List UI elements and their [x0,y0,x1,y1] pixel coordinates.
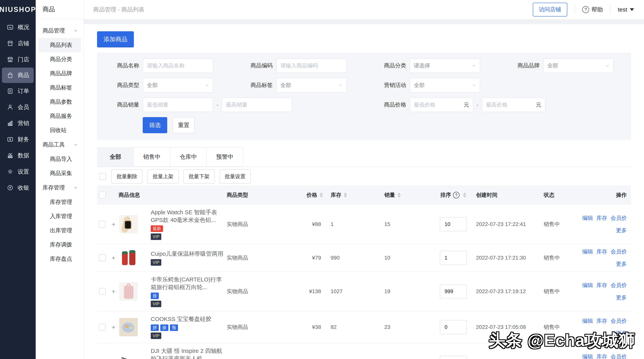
sidebar-item-goods[interactable]: 商品 [2,68,34,83]
sidebar-item-marketing[interactable]: 营销 [0,115,36,131]
sidebar-item-goods-list[interactable]: 商品列表 [38,38,81,52]
batch-settings-button[interactable]: 批量设置 [220,169,251,184]
edit-link[interactable]: 编辑 [582,353,593,359]
activity-select[interactable]: 全部 [410,78,480,93]
sidebar-item-store[interactable]: 门店 [0,52,36,68]
chevron-down-icon [472,63,476,68]
col-price[interactable]: 价格 [280,191,325,199]
product-name-input[interactable] [143,58,213,73]
member-price-link[interactable]: 会员价 [611,317,627,325]
sort-input[interactable] [440,320,467,334]
sidebar-item-cashier[interactable]: 收银 [0,180,36,196]
member-price-link[interactable]: 会员价 [611,248,627,255]
select-all-checkbox[interactable] [99,173,106,180]
product-title[interactable]: Apple Watch SE 智能手表 GPS款 40毫米米金色铝... [151,208,227,224]
group-goods-tools[interactable]: 商品工具 [36,137,84,152]
brand-select[interactable]: 全部 [543,58,614,73]
member-price-link[interactable]: 会员价 [611,214,627,222]
sidebar-item-settings[interactable]: 设置 [0,164,36,180]
row-checkbox[interactable] [99,254,106,261]
sales-max-input[interactable] [222,98,292,112]
add-product-button[interactable]: 添加商品 [97,31,134,48]
sort-carets-icon[interactable] [397,193,401,198]
filter-submit-button[interactable]: 筛选 [143,117,167,133]
type-select[interactable]: 全部 [143,78,213,93]
edit-link[interactable]: 编辑 [582,214,593,222]
stock-link[interactable]: 库存 [596,353,607,359]
expand-row-button[interactable]: + [108,221,119,228]
sidebar-item-stock-in[interactable]: 入库管理 [36,209,84,223]
stock-link[interactable]: 库存 [596,317,607,325]
sidebar-item-shop[interactable]: 店铺 [0,35,36,52]
stock-link[interactable]: 库存 [596,248,607,255]
sidebar-item-members[interactable]: 会员 [0,99,36,115]
sidebar-item-goods-service[interactable]: 商品服务 [36,109,84,123]
sidebar-item-overview[interactable]: 概况 [0,19,36,35]
sidebar-item-recycle-bin[interactable]: 回收站 [36,123,84,137]
batch-offshelf-button[interactable]: 批量下架 [183,169,215,184]
sidebar-item-finance[interactable]: 财务 [0,131,36,147]
sort-input[interactable] [440,284,467,298]
sidebar-item-goods-collect[interactable]: 商品采集 [36,166,84,180]
stock-link[interactable]: 库存 [596,214,607,222]
batch-onshelf-button[interactable]: 批量上架 [147,169,179,184]
stock-link[interactable]: 库存 [596,282,607,289]
product-code-input[interactable] [276,58,347,73]
member-price-link[interactable]: 会员价 [611,353,627,359]
sort-carets-icon[interactable] [344,193,347,198]
member-price-link[interactable]: 会员价 [611,282,627,289]
help-button[interactable]: ? 帮助 [582,6,603,14]
sidebar-item-orders[interactable]: 订单 [0,83,36,99]
product-title[interactable]: DJI 大疆 悟 Inspire 2 四轴航拍飞行器变形无人机... [151,347,227,359]
col-sales[interactable]: 销量 [384,191,434,199]
product-title[interactable]: COOKSS 宝宝餐盘硅胶 [151,315,212,323]
sales-min-input[interactable] [143,98,213,112]
sidebar-item-stock-management[interactable]: 库存管理 [36,195,84,209]
row-checkbox[interactable] [99,221,106,228]
sort-input[interactable] [440,251,467,265]
more-link[interactable]: 更多 [616,260,627,268]
secondary-sidebar: 商品 商品管理 商品列表 商品分类 商品品牌 商品标签 商品参数 商品服务 回收… [36,0,84,359]
tab-warning[interactable]: 预警中 [206,147,243,167]
tab-all[interactable]: 全部 [97,147,134,167]
sidebar-item-goods-tag[interactable]: 商品标签 [36,81,84,95]
sidebar-item-goods-import[interactable]: 商品导入 [36,152,84,166]
sidebar-item-stock-transfer[interactable]: 库存调拨 [36,238,84,252]
tab-on-sale[interactable]: 销售中 [134,147,170,167]
tab-in-warehouse[interactable]: 仓库中 [170,147,207,167]
sidebar-item-stock-check[interactable]: 库存盘点 [36,252,84,266]
sort-input[interactable] [440,217,467,231]
sidebar-item-goods-params[interactable]: 商品参数 [36,95,84,109]
group-goods-management[interactable]: 商品管理 [36,24,84,38]
edit-link[interactable]: 编辑 [582,282,593,289]
col-sort[interactable]: 排序? [434,191,472,199]
col-stock[interactable]: 库存 [325,191,384,199]
sort-carets-icon[interactable] [463,193,466,198]
sidebar-item-goods-category[interactable]: 商品分类 [36,52,84,67]
cell-price: ¥38 [280,324,325,330]
visit-shop-button[interactable]: 访问店铺 [533,3,567,17]
expand-row-button[interactable]: + [108,323,119,331]
edit-link[interactable]: 编辑 [582,317,593,325]
sidebar-item-goods-brand[interactable]: 商品品牌 [36,67,84,81]
tag-select[interactable]: 全部 [276,78,347,93]
header-checkbox[interactable] [99,192,106,198]
expand-row-button[interactable]: + [108,288,119,295]
product-title[interactable]: Cuipo儿童保温杯带吸管两用 [151,250,223,258]
user-menu[interactable]: test [618,6,634,13]
sort-carets-icon[interactable] [320,193,323,198]
sidebar-item-stock-out[interactable]: 出库管理 [36,223,84,238]
sort-input[interactable] [440,356,467,359]
product-title[interactable]: 卡帝乐鳄鱼(CARTELO)行李箱旅行箱铝框万向轮... [151,276,227,291]
batch-delete-button[interactable]: 批量删除 [111,169,143,184]
category-select[interactable]: 请选择 [410,58,480,73]
filter-reset-button[interactable]: 重置 [172,117,195,133]
more-link[interactable]: 更多 [616,294,627,301]
row-checkbox[interactable] [99,324,106,330]
row-checkbox[interactable] [99,288,106,295]
expand-row-button[interactable]: + [108,254,119,262]
group-stock-management[interactable]: 库存管理 [36,180,84,195]
more-link[interactable]: 更多 [616,227,627,234]
sidebar-item-data[interactable]: 数据 [0,147,36,164]
edit-link[interactable]: 编辑 [582,248,593,255]
